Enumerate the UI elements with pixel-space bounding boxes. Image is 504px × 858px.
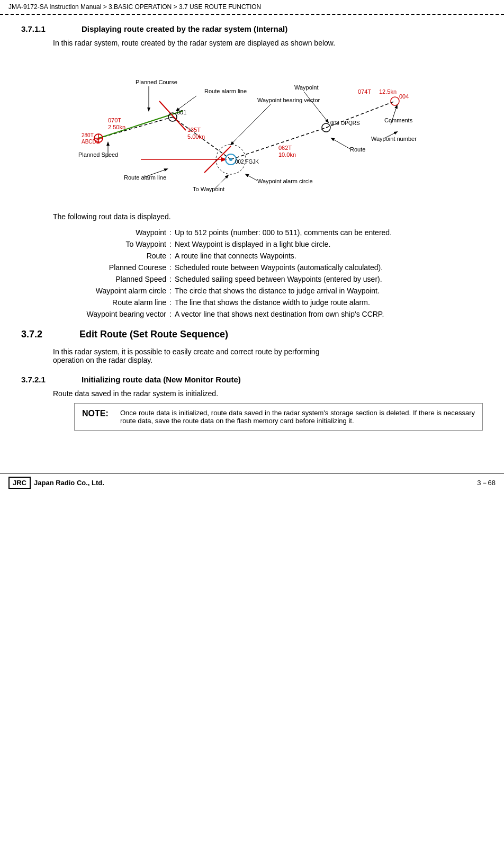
subsec-num-3711: 3.7.1.1 <box>21 24 69 33</box>
def-colon: : <box>169 240 172 248</box>
definition-row: Planned Courese:Scheduled route between … <box>53 263 483 272</box>
diagram-svg: Planned Course 001 Route alarm line Wayp… <box>67 53 437 202</box>
def-colon: : <box>169 252 172 260</box>
svg-text:12.5kn: 12.5kn <box>379 88 397 95</box>
section-3711: 3.7.1.1 Displaying route created by the … <box>21 24 483 318</box>
section-3721: 3.7.2.1 Initializing route data (New Mon… <box>21 375 483 431</box>
section-372: 3.7.2 Edit Route (Set Route Sequence) In… <box>21 329 483 364</box>
section-372-content: In this radar system, it is possible to … <box>53 347 483 364</box>
section-3721-intro: Route data saved in the radar system is … <box>53 389 483 398</box>
def-term: Planned Speed <box>53 275 169 283</box>
def-colon: : <box>169 275 172 283</box>
svg-text:Route alarm line: Route alarm line <box>124 174 166 181</box>
svg-text:ABCDE: ABCDE <box>82 139 100 145</box>
svg-text:062T: 062T <box>278 145 292 151</box>
definitions-list: Waypoint:Up to 512 points (number: 000 t… <box>53 228 483 318</box>
definition-row: Waypoint bearing vector:A vector line th… <box>53 310 483 318</box>
svg-text:Route: Route <box>350 146 365 153</box>
def-desc: The circle that shows the distance to ju… <box>175 287 483 295</box>
def-desc: A route line that connects Waypoints. <box>175 252 483 260</box>
note-text: Once route data is initialized, route da… <box>120 409 475 425</box>
footer: JRC Japan Radio Co., Ltd. 3－68 <box>0 473 504 492</box>
svg-text:280T: 280T <box>82 132 94 138</box>
definition-row: Planned Speed:Scheduled sailing speed be… <box>53 275 483 283</box>
svg-text:135T: 135T <box>187 127 201 133</box>
def-term: Route <box>53 252 169 260</box>
svg-text:2.50kn: 2.50kn <box>108 124 125 130</box>
subsec-title-3711: Displaying route created by the radar sy… <box>82 24 287 33</box>
note-label: NOTE: <box>82 409 114 425</box>
def-desc: Scheduled sailing speed between Waypoint… <box>175 275 483 283</box>
definition-row: Route:A route line that connects Waypoin… <box>53 252 483 260</box>
definition-row: To Waypoint:Next Waypoint is displayed i… <box>53 240 483 248</box>
page-number: 3－68 <box>477 478 496 488</box>
note-box: NOTE: Once route data is initialized, ro… <box>74 403 483 431</box>
subsec-title-3721: Initializing route data (New Monitor Rou… <box>82 375 241 384</box>
def-term: Planned Courese <box>53 263 169 272</box>
svg-text:070T: 070T <box>108 117 121 123</box>
svg-text:10.0kn: 10.0kn <box>278 151 296 158</box>
following-text: The following rout data is displayed. <box>53 212 483 221</box>
def-colon: : <box>169 298 172 307</box>
def-desc: The line that shows the distance width t… <box>175 298 483 307</box>
svg-text:Planned Speed: Planned Speed <box>78 151 118 158</box>
def-desc: Scheduled route between Waypoints (autom… <box>175 263 483 272</box>
company-name: Japan Radio Co., Ltd. <box>34 479 104 487</box>
definition-row: Route alarm line:The line that shows the… <box>53 298 483 307</box>
route-diagram: Planned Course 001 Route alarm line Wayp… <box>67 53 437 202</box>
breadcrumb: JMA-9172-SA Instruction Manual > 3.BASIC… <box>0 0 504 15</box>
svg-text:To Waypoint: To Waypoint <box>193 186 224 192</box>
footer-logo: JRC Japan Radio Co., Ltd. <box>8 477 104 489</box>
def-desc: Up to 512 points (number: 000 to 511), c… <box>175 228 483 237</box>
def-term: Waypoint <box>53 228 169 237</box>
svg-text:004: 004 <box>399 93 409 100</box>
def-desc: Next Waypoint is displayed in a light bl… <box>175 240 483 248</box>
svg-text:Route alarm line: Route alarm line <box>204 88 247 94</box>
section-title-372: Edit Route (Set Route Sequence) <box>79 329 228 340</box>
svg-text:Waypoint alarm circle: Waypoint alarm circle <box>257 178 313 184</box>
svg-text:Waypoint number: Waypoint number <box>371 136 417 142</box>
svg-text:Comments: Comments <box>384 117 413 123</box>
def-colon: : <box>169 263 172 272</box>
def-colon: : <box>169 228 172 237</box>
subsec-num-3721: 3.7.2.1 <box>21 375 69 384</box>
intro-text: In this radar system, route created by t… <box>53 39 483 47</box>
svg-point-11 <box>229 158 232 161</box>
svg-text:074T: 074T <box>358 88 371 95</box>
def-colon: : <box>169 287 172 295</box>
def-colon: : <box>169 310 172 318</box>
svg-text:Waypoint bearing vector: Waypoint bearing vector <box>257 97 320 103</box>
jrc-box: JRC <box>8 477 31 489</box>
svg-text:Waypoint: Waypoint <box>294 84 318 91</box>
def-term: Waypoint bearing vector <box>53 310 169 318</box>
svg-text:001: 001 <box>177 109 186 115</box>
definition-row: Waypoint alarm circle:The circle that sh… <box>53 287 483 295</box>
def-term: Route alarm line <box>53 298 169 307</box>
def-term: Waypoint alarm circle <box>53 287 169 295</box>
svg-text:002 FGJK: 002 FGJK <box>235 159 259 165</box>
def-term: To Waypoint <box>53 240 169 248</box>
svg-text:003 OPQRS: 003 OPQRS <box>330 120 360 126</box>
definition-row: Waypoint:Up to 512 points (number: 000 t… <box>53 228 483 237</box>
def-desc: A vector line that shows next destinatio… <box>175 310 483 318</box>
svg-text:Planned Course: Planned Course <box>136 79 177 85</box>
section-num-372: 3.7.2 <box>21 329 64 340</box>
svg-text:5.00kn: 5.00kn <box>187 133 205 140</box>
